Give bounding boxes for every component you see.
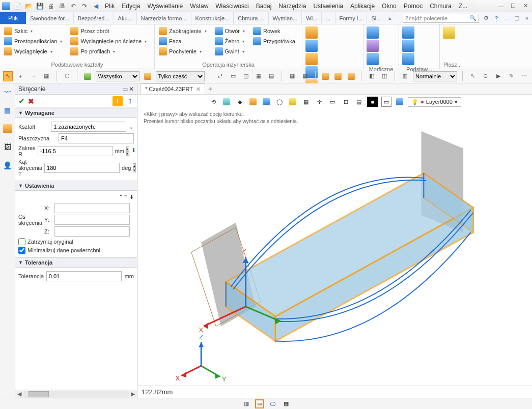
btn-wyciagniecie-po-sciezce[interactable]: Wyciągnięcie po ścieżce▾ — [69, 37, 148, 46]
section-required[interactable]: ▼Wymagane — [15, 108, 137, 118]
inner-close-icon[interactable]: × — [523, 14, 531, 22]
close-icon[interactable]: ✕ — [521, 2, 530, 10]
tr-ic11[interactable]: ◧ — [367, 71, 376, 81]
flat-ic1[interactable] — [443, 26, 455, 39]
help-panel-icon[interactable]: ▯ — [126, 98, 134, 104]
vt-8[interactable]: ▦ — [301, 97, 311, 107]
tool-hex-icon[interactable]: ⬡ — [62, 71, 72, 81]
edit-ic1[interactable] — [305, 26, 318, 39]
subtab-0[interactable]: Swobodne for... — [26, 12, 73, 24]
btn-przygotowka[interactable]: Przygotówka — [252, 37, 296, 46]
tr-ic10[interactable] — [346, 71, 356, 81]
vt-10[interactable]: ▭ — [327, 97, 338, 107]
layer-selector[interactable]: 💡 ● Layer0000 ▾ — [408, 97, 461, 107]
bb-ic3[interactable]: 🖵 — [268, 399, 277, 408]
subtab-1[interactable]: Bezpośred... — [74, 12, 114, 24]
tr-ic9[interactable] — [333, 71, 343, 81]
menu-ustawienia[interactable]: Ustawienia — [311, 2, 345, 11]
panel-close-icon[interactable]: ✕ — [129, 85, 134, 93]
subtab-7[interactable]: Wi... — [302, 12, 322, 24]
menu-z[interactable]: Z... — [457, 2, 469, 11]
base-ic3[interactable] — [402, 53, 414, 65]
rail-twist-icon[interactable]: 〰 — [2, 86, 13, 98]
cursor-icon[interactable]: ↖ — [3, 71, 13, 81]
print-icon[interactable]: 🖨 — [47, 2, 55, 10]
doc-tab-close-icon[interactable]: ✕ — [196, 86, 201, 93]
subtab-3[interactable]: Narzędzia formo... — [137, 12, 191, 24]
vt-12[interactable]: ▤ — [354, 97, 364, 107]
tr-ic5[interactable]: ▤ — [267, 71, 276, 81]
tr-ic13[interactable]: ▥ — [400, 71, 410, 81]
morph-ic3[interactable] — [367, 53, 379, 65]
subtab-4[interactable]: Konstrukcje... — [191, 12, 234, 24]
menu-wlasciwosci[interactable]: Właściwości — [213, 2, 250, 11]
rail-tree-icon[interactable]: ▤ — [2, 105, 13, 116]
axis-z-input[interactable] — [54, 226, 130, 237]
zakres-pick-icon[interactable]: ⬇ — [131, 147, 136, 155]
subtab-10[interactable]: Si... — [367, 12, 385, 24]
tr-ic7[interactable]: ▦ — [300, 71, 310, 81]
menu-edycja[interactable]: Edycja — [120, 2, 142, 11]
kat-spinner[interactable]: ▴▾ — [133, 163, 136, 172]
filter1-select[interactable]: Wszystko — [96, 71, 140, 81]
rail-image-icon[interactable]: 🖼 — [2, 141, 13, 153]
inner-min-icon[interactable]: – — [502, 14, 511, 22]
btn-szkic[interactable]: Szkic▾ — [3, 26, 63, 36]
tr-ic12[interactable]: ◫ — [379, 71, 389, 81]
redo-icon[interactable]: ↷ — [80, 2, 89, 10]
vt-4[interactable] — [248, 97, 258, 107]
filter2-select[interactable]: Tylko część — [156, 71, 205, 81]
tr-ic2[interactable]: ▭ — [228, 71, 238, 81]
menu-badaj[interactable]: Badaj — [254, 2, 274, 11]
vt-1[interactable]: ⟲ — [208, 97, 218, 107]
vt-6[interactable]: ◯ — [274, 97, 285, 107]
morph-ic1[interactable] — [367, 26, 379, 39]
search-input[interactable]: Znajdź polecenie 🔍 — [403, 14, 479, 23]
mode-select[interactable]: Normalnie — [413, 71, 457, 81]
edit-ic3[interactable] — [305, 53, 318, 65]
doc-tab-active[interactable]: * Część004.Z3PRT ✕ — [141, 83, 205, 94]
btn-rowek[interactable]: Rowek — [252, 26, 296, 36]
axis-y-input[interactable] — [54, 215, 130, 225]
tool-plus-icon[interactable]: ＋ — [16, 71, 25, 81]
tool-box-icon[interactable] — [143, 71, 152, 81]
subtab-6[interactable]: Wymian... — [269, 12, 302, 24]
new-icon[interactable]: 📄 — [13, 2, 21, 10]
subtab-5[interactable]: Chmura ... — [234, 12, 268, 24]
tabs-overflow-icon[interactable]: ▴ — [385, 15, 395, 21]
minimize-checkbox[interactable] — [18, 247, 25, 254]
undo-icon[interactable]: ↶ — [69, 2, 77, 10]
menu-aplikacje[interactable]: Aplikacje — [348, 2, 377, 11]
base-ic1[interactable] — [402, 26, 414, 39]
panel-pin-icon[interactable]: ▭ — [122, 85, 128, 93]
tool-chart-icon[interactable] — [82, 71, 92, 81]
axis-x-input[interactable] — [54, 203, 130, 213]
vt-7[interactable] — [288, 97, 298, 107]
btn-faza[interactable]: Faza — [158, 37, 208, 46]
menu-narzedzia[interactable]: Narzędzia — [276, 2, 308, 11]
cancel-icon[interactable]: ✖ — [28, 97, 34, 105]
edit-ic2[interactable] — [305, 40, 318, 52]
btn-zebro[interactable]: Żebro▾ — [214, 37, 246, 46]
menu-okno[interactable]: Okno — [380, 2, 399, 11]
bb-ic4[interactable]: ▦ — [282, 399, 291, 408]
menu-chmura[interactable]: Chmura — [428, 2, 454, 11]
tr-ic16[interactable]: ▶ — [493, 71, 503, 81]
rail-box-icon[interactable] — [2, 123, 13, 134]
vt-2[interactable] — [221, 97, 232, 107]
vt-15[interactable] — [395, 97, 405, 107]
canvas[interactable]: <Kliknij prawy> aby wskazać opcję kierun… — [137, 109, 532, 386]
kat-input[interactable] — [44, 163, 120, 173]
btn-przez-obrot[interactable]: Przez obrót — [69, 26, 148, 36]
menu-wyswietlanie[interactable]: Wyświetlanie — [145, 2, 185, 11]
viewport[interactable]: * Część004.Z3PRT ✕ ＋ ⟲ ◆ ◯ ▦ ✛ ▭ ⊟ ▤ ■ ▭… — [137, 83, 532, 398]
help-icon[interactable]: ? — [492, 14, 500, 22]
menu-pomoc[interactable]: Pomoc — [402, 2, 425, 11]
back-icon[interactable]: ◀ — [92, 2, 100, 10]
tr-ic4[interactable]: ▦ — [254, 71, 264, 81]
save-icon[interactable]: 💾 — [36, 2, 44, 10]
section-settings[interactable]: ▼Ustawienia — [15, 181, 137, 191]
keep-original-checkbox[interactable] — [18, 238, 25, 245]
base-ic2[interactable] — [402, 40, 414, 52]
tr-ic14[interactable]: ↖ — [468, 71, 478, 81]
